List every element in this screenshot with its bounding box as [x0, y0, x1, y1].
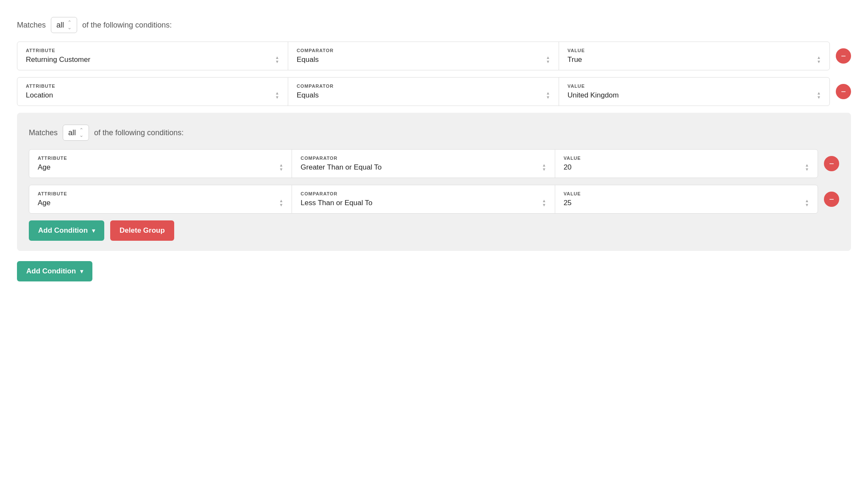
condition-2-attribute-arrows: ▲▼: [275, 91, 279, 100]
group-condition-row-1: ATTRIBUTE Age ▲▼ COMPARATOR Greater Than…: [29, 149, 839, 178]
top-matches-row: Matches all ⌃⌄ of the following conditio…: [17, 17, 851, 33]
top-matches-value: all: [56, 21, 64, 30]
condition-1-remove-button[interactable]: −: [836, 48, 851, 64]
condition-row-1: ATTRIBUTE Returning Customer ▲▼ COMPARAT…: [17, 42, 851, 70]
group-condition-1-value-label: VALUE: [564, 156, 809, 161]
condition-2-attribute-label: ATTRIBUTE: [26, 84, 279, 89]
group-condition-1-comparator-label: COMPARATOR: [300, 156, 546, 161]
group-matches-select[interactable]: all ⌃⌄: [63, 125, 89, 141]
group-condition-1-value-arrows: ▲▼: [805, 163, 809, 172]
group-condition-2-value-arrows: ▲▼: [805, 199, 809, 207]
condition-2-comparator-label: COMPARATOR: [297, 84, 550, 89]
group-condition-2-attribute-value: Age: [38, 199, 50, 207]
condition-1-attribute-value: Returning Customer: [26, 56, 90, 64]
bottom-add-row: Add Condition ▾: [17, 261, 851, 281]
group-condition-1-comparator-cell[interactable]: COMPARATOR Greater Than or Equal To ▲▼: [292, 150, 555, 178]
condition-1-value-value: True: [568, 56, 582, 64]
condition-1-attribute-cell[interactable]: ATTRIBUTE Returning Customer ▲▼: [17, 42, 288, 70]
group-condition-1-attribute-arrows: ▲▼: [279, 163, 283, 172]
group-container: Matches all ⌃⌄ of the following conditio…: [17, 113, 851, 251]
group-condition-1-attribute-cell[interactable]: ATTRIBUTE Age ▲▼: [29, 150, 292, 178]
group-conditions-label: of the following conditions:: [94, 128, 184, 137]
condition-row-2: ATTRIBUTE Location ▲▼ COMPARATOR Equals …: [17, 77, 851, 106]
condition-2-value-cell[interactable]: VALUE United Kingdom ▲▼: [559, 78, 829, 106]
group-condition-row-2: ATTRIBUTE Age ▲▼ COMPARATOR Less Than or…: [29, 185, 839, 214]
condition-2-value-arrows: ▲▼: [817, 91, 821, 100]
condition-2-attribute-value: Location: [26, 91, 53, 100]
group-condition-2-attribute-cell[interactable]: ATTRIBUTE Age ▲▼: [29, 185, 292, 213]
condition-1-value-label: VALUE: [568, 48, 821, 53]
group-condition-1-comparator-value: Greater Than or Equal To: [300, 163, 381, 172]
group-condition-card-1: ATTRIBUTE Age ▲▼ COMPARATOR Greater Than…: [29, 149, 818, 178]
top-matches-select[interactable]: all ⌃⌄: [51, 17, 77, 33]
group-matches-updown-icon: ⌃⌄: [79, 128, 83, 138]
bottom-add-condition-label: Add Condition: [26, 267, 76, 276]
top-matches-label: Matches: [17, 21, 46, 30]
condition-1-comparator-cell[interactable]: COMPARATOR Equals ▲▼: [288, 42, 559, 70]
group-condition-2-value-cell[interactable]: VALUE 25 ▲▼: [555, 185, 818, 213]
group-matches-row: Matches all ⌃⌄ of the following conditio…: [29, 125, 839, 141]
group-condition-card-2: ATTRIBUTE Age ▲▼ COMPARATOR Less Than or…: [29, 185, 818, 214]
condition-1-attribute-label: ATTRIBUTE: [26, 48, 279, 53]
group-matches-value: all: [68, 128, 76, 137]
top-conditions-list: ATTRIBUTE Returning Customer ▲▼ COMPARAT…: [17, 42, 851, 106]
group-condition-1-attribute-label: ATTRIBUTE: [38, 156, 283, 161]
condition-2-comparator-value: Equals: [297, 91, 319, 100]
group-delete-group-button[interactable]: Delete Group: [110, 220, 174, 241]
group-condition-2-comparator-cell[interactable]: COMPARATOR Less Than or Equal To ▲▼: [292, 185, 555, 213]
group-condition-1-value-cell[interactable]: VALUE 20 ▲▼: [555, 150, 818, 178]
group-add-condition-chevron-icon: ▾: [92, 227, 95, 234]
condition-2-comparator-arrows: ▲▼: [546, 91, 550, 100]
condition-1-comparator-value: Equals: [297, 56, 319, 64]
group-condition-2-attribute-label: ATTRIBUTE: [38, 191, 283, 196]
condition-card-2: ATTRIBUTE Location ▲▼ COMPARATOR Equals …: [17, 77, 830, 106]
condition-1-value-cell[interactable]: VALUE True ▲▼: [559, 42, 829, 70]
group-condition-2-comparator-arrows: ▲▼: [542, 199, 546, 207]
group-delete-group-label: Delete Group: [120, 226, 165, 234]
group-condition-1-attribute-value: Age: [38, 163, 50, 172]
group-conditions-list: ATTRIBUTE Age ▲▼ COMPARATOR Greater Than…: [29, 149, 839, 214]
group-add-condition-label: Add Condition: [38, 226, 88, 235]
condition-2-remove-button[interactable]: −: [836, 84, 851, 99]
top-conditions-label: of the following conditions:: [82, 21, 172, 30]
top-matches-updown-icon: ⌃⌄: [67, 20, 72, 30]
group-condition-2-attribute-arrows: ▲▼: [279, 199, 283, 207]
bottom-add-condition-chevron-icon: ▾: [80, 268, 83, 275]
group-condition-2-value-value: 25: [564, 199, 572, 207]
group-condition-2-comparator-value: Less Than or Equal To: [300, 199, 373, 207]
condition-2-attribute-cell[interactable]: ATTRIBUTE Location ▲▼: [17, 78, 288, 106]
condition-2-value-value: United Kingdom: [568, 91, 619, 100]
group-add-condition-button[interactable]: Add Condition ▾: [29, 220, 104, 241]
condition-1-comparator-label: COMPARATOR: [297, 48, 550, 53]
group-condition-2-remove-button[interactable]: −: [824, 192, 839, 207]
condition-1-comparator-arrows: ▲▼: [546, 56, 550, 64]
condition-2-value-label: VALUE: [568, 84, 821, 89]
group-matches-label: Matches: [29, 128, 58, 137]
group-buttons: Add Condition ▾ Delete Group: [29, 220, 839, 241]
condition-card-1: ATTRIBUTE Returning Customer ▲▼ COMPARAT…: [17, 42, 830, 70]
condition-1-attribute-arrows: ▲▼: [275, 56, 279, 64]
bottom-add-condition-button[interactable]: Add Condition ▾: [17, 261, 92, 281]
group-condition-1-remove-button[interactable]: −: [824, 156, 839, 171]
group-condition-2-value-label: VALUE: [564, 191, 809, 196]
condition-2-comparator-cell[interactable]: COMPARATOR Equals ▲▼: [288, 78, 559, 106]
group-condition-1-comparator-arrows: ▲▼: [542, 163, 546, 172]
group-condition-2-comparator-label: COMPARATOR: [300, 191, 546, 196]
group-condition-1-value-value: 20: [564, 163, 572, 172]
condition-1-value-arrows: ▲▼: [817, 56, 821, 64]
